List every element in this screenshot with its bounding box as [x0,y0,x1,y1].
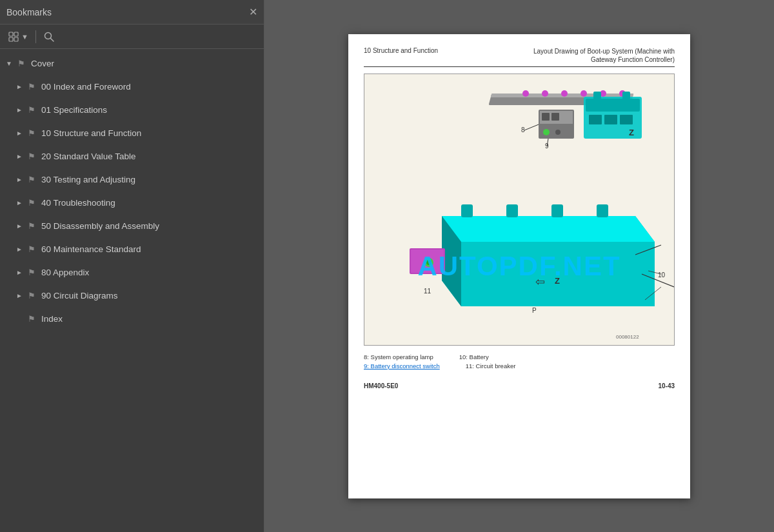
page-title-right: Layout Drawing of Boot-up System (Machin… [507,47,675,64]
bookmark-icon-40: ⚑ [26,198,37,208]
svg-rect-27 [622,92,630,99]
sidebar-item-index[interactable]: ► ⚑ Index [0,307,264,330]
footer-model: HM400-5E0 [364,382,398,389]
expand-arrow-60: ► [14,246,25,253]
svg-text:Z: Z [629,128,634,137]
svg-point-11 [561,90,568,97]
sidebar-item-30[interactable]: ► ⚑ 30 Testing and Adjusting [0,168,264,191]
sidebar-content: ▼ ⚑ Cover ► ⚑ 00 Index and Foreword ► ⚑ … [0,49,264,532]
svg-rect-40 [461,204,473,217]
bookmark-icon-01: ⚑ [26,105,37,115]
bookmark-icon-60: ⚑ [26,244,37,254]
svg-point-10 [542,90,548,97]
expand-arrow-10: ► [14,130,25,137]
expand-arrow-90: ► [14,292,25,299]
diagram-container: 8 9 Z [364,74,675,346]
expand-arrow-80: ► [14,269,25,276]
page-section-label: 10 Structure and Function [364,47,438,54]
search-button[interactable] [40,29,58,44]
svg-point-20 [555,130,561,135]
svg-marker-34 [442,216,655,242]
svg-text:⇦: ⇦ [535,275,545,288]
expand-arrow-00: ► [14,83,25,90]
bookmark-icon-30: ⚑ [26,175,37,184]
sidebar-item-label-30: 30 Testing and Adjusting [41,175,135,184]
bookmark-icon-00: ⚑ [26,82,37,92]
bookmark-icon-cover: ⚑ [15,59,27,68]
sidebar-item-90[interactable]: ► ⚑ 90 Circuit Diagrams [0,284,264,307]
svg-rect-25 [620,115,633,124]
sidebar-item-cover[interactable]: ▼ ⚑ Cover [0,52,264,75]
svg-point-39 [426,260,432,265]
svg-rect-41 [506,204,518,217]
svg-rect-3 [14,37,18,41]
svg-rect-22 [586,99,640,112]
sidebar-item-label-cover: Cover [31,59,54,68]
svg-line-5 [50,38,54,41]
caption-num-11: 11: Circuit breaker [466,362,516,369]
sidebar-item-label-00: 00 Index and Foreword [41,82,131,92]
svg-rect-0 [9,32,13,36]
caption-row-1: 8: System operating lamp 10: Battery [364,353,675,360]
svg-rect-2 [9,37,13,41]
bookmark-icon-80: ⚑ [26,268,37,277]
caption-item-11: 11: Circuit breaker [466,362,516,369]
sidebar-toolbar: ▼ [0,25,264,49]
svg-rect-43 [597,204,608,217]
svg-text:10: 10 [658,271,666,279]
svg-text:Z: Z [555,276,560,286]
page-container: 10 Structure and Function Layout Drawing… [348,34,690,498]
footer-page: 10-43 [658,382,675,389]
expand-arrow-30: ► [14,176,25,183]
diagram-svg: 8 9 Z [364,74,674,345]
toolbar-separator [35,30,36,43]
sidebar-header: Bookmarks ✕ [0,0,264,25]
sidebar-item-80[interactable]: ► ⚑ 80 Appendix [0,261,264,284]
expand-arrow-50: ► [14,222,25,230]
sidebar-title: Bookmarks [6,7,52,17]
content-area: AUTOPDF.NET 10 Structure and Function La… [264,0,774,532]
sidebar-item-label-20: 20 Standard Value Table [41,152,136,161]
expand-arrow-01: ► [14,106,25,113]
svg-rect-17 [542,113,550,121]
bookmark-icon-10: ⚑ [26,128,37,138]
caption-item-9: 9: Battery disconnect switch [364,362,440,369]
svg-point-19 [543,129,550,135]
sidebar-item-01[interactable]: ► ⚑ 01 Specifications [0,98,264,121]
sidebar-item-00[interactable]: ► ⚑ 00 Index and Foreword [0,75,264,98]
sidebar-item-label-80: 80 Appendix [41,268,89,277]
svg-text:11: 11 [424,288,432,295]
sidebar-item-label-index: Index [41,314,63,324]
svg-point-12 [580,90,587,97]
sidebar-item-10[interactable]: ► ⚑ 10 Structure and Function [0,121,264,144]
svg-rect-42 [551,204,563,217]
expand-arrow-20: ► [14,153,25,160]
svg-rect-18 [551,113,559,121]
sidebar-item-label-50: 50 Disassembly and Assembly [41,221,159,231]
expand-all-button[interactable]: ▼ [5,30,32,44]
caption-num-9: 9: Battery disconnect switch [364,362,440,369]
sidebar-item-label-10: 10 Structure and Function [41,128,141,138]
svg-text:00080122: 00080122 [616,334,639,340]
sidebar-item-label-40: 40 Troubleshooting [41,198,115,208]
sidebar-item-40[interactable]: ► ⚑ 40 Troubleshooting [0,191,264,214]
svg-rect-24 [604,115,617,124]
sidebar: Bookmarks ✕ ▼ ▼ ⚑ Cover [0,0,264,532]
close-button[interactable]: ✕ [249,7,257,17]
bookmark-icon-50: ⚑ [26,221,37,231]
sidebar-item-50[interactable]: ► ⚑ 50 Disassembly and Assembly [0,214,264,237]
caption-num-8: 8: System operating lamp [364,353,433,360]
svg-rect-26 [593,92,601,99]
sidebar-item-60[interactable]: ► ⚑ 60 Maintenance Standard [0,237,264,261]
sidebar-item-20[interactable]: ► ⚑ 20 Standard Value Table [0,144,264,168]
svg-rect-1 [14,32,18,36]
caption-num-10: 10: Battery [459,353,489,360]
sidebar-item-label-90: 90 Circuit Diagrams [41,291,118,300]
svg-text:P: P [532,307,537,314]
sidebar-item-label-60: 60 Maintenance Standard [41,244,141,254]
page-footer: HM400-5E0 10-43 [364,382,675,389]
expand-arrow-cover: ▼ [4,60,14,67]
bookmark-icon-20: ⚑ [26,152,37,161]
svg-rect-23 [589,115,602,124]
bookmark-icon-90: ⚑ [26,291,37,300]
